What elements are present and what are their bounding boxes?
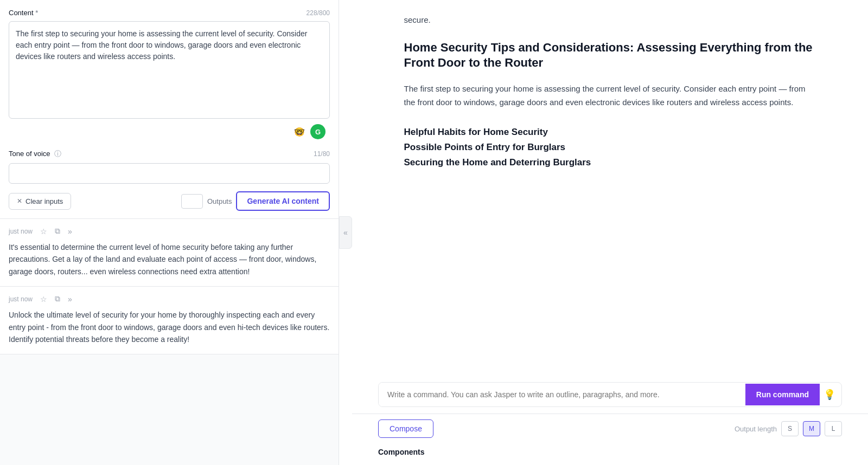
length-m-button[interactable]: M	[803, 421, 820, 436]
components-footer: Components	[352, 443, 868, 465]
emoji-nerd-icon[interactable]: 🤓	[292, 124, 307, 139]
output-length-label: Output length	[735, 425, 777, 433]
article-intro: secure.	[404, 13, 816, 27]
command-bar: Run command 💡	[378, 382, 842, 407]
article-paragraph: The first step to securing your home is …	[404, 82, 816, 109]
length-s-button[interactable]: S	[781, 421, 799, 436]
result-item: just now ☆ ⧉ » Unlock the ultimate level…	[0, 287, 339, 354]
content-label: Content *	[9, 9, 38, 17]
subheading-2: Possible Points of Entry for Burglars	[404, 142, 816, 153]
copy-icon[interactable]: ⧉	[53, 293, 62, 305]
generate-ai-content-button[interactable]: Generate AI content	[236, 191, 330, 211]
tone-input[interactable]: educational	[9, 163, 330, 184]
content-textarea[interactable]: The first step to securing your home is …	[9, 21, 330, 119]
article-content: secure. Home Security Tips and Considera…	[404, 13, 816, 168]
result-timestamp: just now	[9, 295, 33, 303]
content-section: Content * 228/800 The first step to secu…	[0, 0, 339, 143]
output-length-section: Output length S M L	[735, 421, 842, 436]
result-actions: ☆ ⧉ »	[38, 225, 74, 237]
right-panel: secure. Home Security Tips and Considera…	[352, 0, 868, 465]
star-icon[interactable]: ☆	[38, 293, 49, 305]
command-input[interactable]	[379, 383, 745, 406]
left-panel: Content * 228/800 The first step to secu…	[0, 0, 339, 465]
result-item: just now ☆ ⧉ » It's essential to determi…	[0, 219, 339, 287]
lightbulb-icon[interactable]: 💡	[820, 385, 839, 404]
tone-label: Tone of voice ⓘ	[9, 149, 61, 159]
length-l-button[interactable]: L	[825, 421, 842, 436]
content-char-count: 228/800	[307, 9, 330, 17]
result-timestamp: just now	[9, 228, 33, 235]
forward-icon[interactable]: »	[66, 225, 74, 237]
article-heading: Home Security Tips and Considerations: A…	[404, 40, 816, 71]
editor-area: secure. Home Security Tips and Considera…	[352, 0, 868, 382]
results-area: just now ☆ ⧉ » It's essential to determi…	[0, 218, 339, 465]
outputs-input[interactable]: 3	[181, 194, 203, 209]
compose-button[interactable]: Compose	[378, 419, 433, 438]
outputs-control: 3 Outputs Generate AI content	[181, 191, 330, 211]
tone-section: Tone of voice ⓘ 11/80 educational	[0, 143, 339, 184]
tone-info-icon: ⓘ	[54, 150, 61, 158]
content-label-row: Content * 228/800	[9, 9, 330, 17]
outputs-label: Outputs	[207, 197, 232, 205]
result-meta: just now ☆ ⧉ »	[9, 225, 330, 237]
result-meta: just now ☆ ⧉ »	[9, 293, 330, 305]
copy-icon[interactable]: ⧉	[53, 225, 62, 237]
subheadings-list: Helpful Habits for Home Security Possibl…	[404, 127, 816, 168]
subheading-1: Helpful Habits for Home Security	[404, 127, 816, 138]
result-actions: ☆ ⧉ »	[38, 293, 74, 305]
run-command-button[interactable]: Run command	[745, 384, 820, 405]
clear-inputs-button[interactable]: ✕ Clear inputs	[9, 193, 71, 210]
subheading-3: Securing the Home and Deterring Burglars	[404, 157, 816, 168]
actions-bar: ✕ Clear inputs 3 Outputs Generate AI con…	[0, 184, 339, 218]
tone-label-row: Tone of voice ⓘ 11/80	[9, 149, 330, 159]
tone-char-count: 11/80	[314, 150, 330, 158]
forward-icon[interactable]: »	[66, 293, 74, 305]
collapse-panel-button[interactable]: «	[339, 216, 352, 249]
grammarly-icon[interactable]: G	[310, 124, 326, 139]
result-text: Unlock the ultimate level of security fo…	[9, 309, 330, 345]
result-text: It's essential to determine the current …	[9, 241, 330, 277]
textarea-footer: 🤓 G	[9, 121, 330, 143]
star-icon[interactable]: ☆	[38, 225, 49, 237]
bottom-bar: Compose Output length S M L	[352, 414, 868, 443]
close-icon: ✕	[17, 197, 22, 205]
